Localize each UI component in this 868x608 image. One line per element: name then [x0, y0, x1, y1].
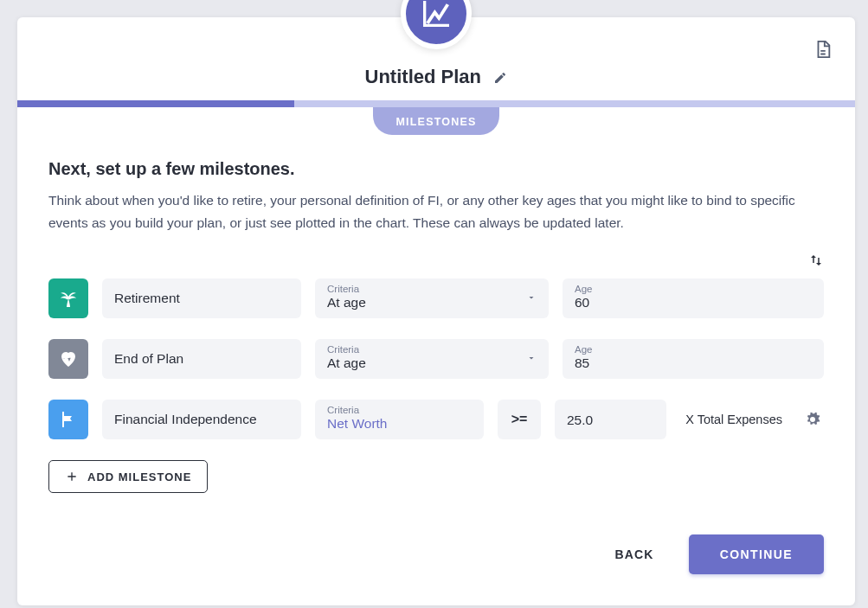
field-label: Age — [575, 284, 812, 294]
milestone-name[interactable]: End of Plan — [102, 339, 301, 379]
heart-pulse-icon[interactable] — [48, 339, 88, 379]
header-icon-wrap — [401, 0, 472, 49]
operator-box[interactable]: >= — [498, 400, 541, 439]
milestone-row: Financial Independence Criteria Net Wort… — [48, 400, 824, 439]
edit-icon[interactable] — [493, 71, 507, 88]
field-label: Criteria — [327, 284, 537, 294]
section-tabs: MILESTONES — [17, 107, 855, 135]
milestone-name[interactable]: Retirement — [102, 278, 301, 318]
chevron-down-icon — [526, 351, 537, 367]
field-value: 25.0 — [567, 406, 654, 428]
milestone-name[interactable]: Financial Independence — [102, 400, 301, 439]
footer-row: BACK CONTINUE — [48, 534, 824, 574]
criteria-select[interactable]: Criteria Net Worth — [315, 400, 484, 439]
amount-input[interactable]: 25.0 — [555, 400, 666, 439]
multiplier-suffix: X Total Expenses — [680, 400, 788, 439]
age-input[interactable]: Age 60 — [563, 278, 824, 318]
sort-icon[interactable] — [808, 253, 824, 272]
chevron-down-icon — [526, 291, 537, 306]
criteria-select[interactable]: Criteria At age — [315, 339, 549, 379]
palm-tree-icon[interactable] — [48, 278, 88, 318]
progress-fill — [17, 100, 294, 107]
notes-icon[interactable] — [813, 40, 833, 59]
sort-row — [48, 253, 824, 272]
field-value: Net Worth — [327, 416, 472, 432]
criteria-select[interactable]: Criteria At age — [315, 278, 549, 318]
field-label: Criteria — [327, 405, 472, 415]
plan-title: Untitled Plan — [365, 66, 481, 88]
gear-icon[interactable] — [801, 400, 824, 439]
content: Next, set up a few milestones. Think abo… — [17, 135, 855, 605]
field-value: At age — [327, 295, 537, 310]
field-label: Age — [575, 344, 812, 355]
add-milestone-button[interactable]: ADD MILESTONE — [48, 460, 208, 493]
chart-circle-icon — [401, 0, 472, 49]
progress-bar — [17, 100, 855, 107]
section-subheading: Think about when you'd like to retire, y… — [48, 189, 810, 234]
milestone-row: End of Plan Criteria At age Age 85 — [48, 339, 824, 379]
milestone-row: Retirement Criteria At age Age 60 — [48, 278, 824, 318]
plus-icon — [65, 470, 79, 483]
continue-button[interactable]: CONTINUE — [689, 534, 824, 574]
field-value: 85 — [575, 355, 812, 371]
tab-milestones[interactable]: MILESTONES — [373, 107, 498, 135]
age-input[interactable]: Age 85 — [563, 339, 824, 379]
flag-icon[interactable] — [48, 400, 88, 439]
field-label: Criteria — [327, 344, 537, 355]
plan-card: Untitled Plan MILESTONES Next, set up a … — [17, 17, 855, 605]
field-value: 60 — [575, 295, 812, 310]
section-heading: Next, set up a few milestones. — [48, 159, 824, 179]
field-value: At age — [327, 355, 537, 371]
back-button[interactable]: BACK — [614, 547, 653, 561]
